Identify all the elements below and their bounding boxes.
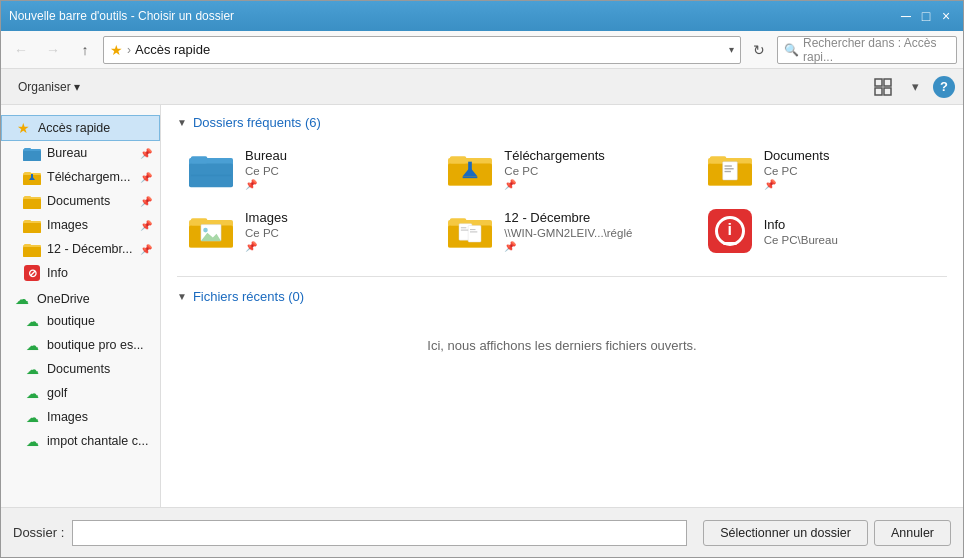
cancel-button[interactable]: Annuler [874,520,951,546]
impot-icon: ☁ [23,432,41,450]
folder-item-decembre[interactable]: 12 - Décembre \\WIN-GMN2LEIV...\réglé 📌 [436,202,687,260]
decembre-pin-icon: 📌 [504,241,516,252]
svg-rect-27 [450,156,467,163]
info-icon-circle: i [715,216,745,246]
decembre-name: 12 - Décembre [504,210,632,225]
view-button[interactable] [869,74,897,100]
documents-pin-icon: 📌 [140,196,152,207]
view-dropdown-button[interactable]: ▾ [901,74,929,100]
sidebar-item-boutique[interactable]: ☁ boutique [1,309,160,333]
telechargements-folder-details: Téléchargements Ce PC 📌 [504,148,604,190]
info-app-icon: i [708,209,752,253]
sidebar-item-documents[interactable]: Documents 📌 [1,189,160,213]
info-location: Ce PC\Bureau [764,234,838,246]
images-pin-row: 📌 [245,241,288,252]
sidebar-item-bureau[interactable]: Bureau 📌 [1,141,160,165]
svg-rect-16 [23,223,41,233]
organiser-button[interactable]: Organiser ▾ [9,76,89,98]
address-separator: › [127,43,131,57]
images-pin-icon: 📌 [245,241,257,252]
svg-rect-11 [31,174,33,178]
folder-item-telechargements[interactable]: Téléchargements Ce PC 📌 [436,140,687,198]
svg-rect-50 [461,230,468,231]
address-text: Accès rapide [135,42,725,57]
svg-rect-37 [724,171,730,172]
sidebar-item-images2[interactable]: ☁ Images [1,405,160,429]
images-name: Images [245,210,288,225]
refresh-button[interactable]: ↻ [745,37,773,63]
sidebar-item-acces-rapide[interactable]: ★ Accès rapide [1,115,160,141]
decembre-pin-row: 📌 [504,241,632,252]
svg-rect-36 [724,168,733,169]
search-icon: 🔍 [784,43,799,57]
sidebar-item-documents2[interactable]: ☁ Documents [1,357,160,381]
sidebar-item-golf[interactable]: ☁ golf [1,381,160,405]
toolbar-left: Organiser ▾ [9,76,89,98]
help-button[interactable]: ? [933,76,955,98]
back-button[interactable]: ← [7,37,35,63]
svg-rect-17 [24,220,31,223]
folder-item-bureau[interactable]: Bureau Ce PC 📌 [177,140,428,198]
svg-rect-5 [23,151,41,161]
sidebar: ★ Accès rapide Bureau 📌 [1,105,161,507]
telechargements-folder-svg [448,150,492,188]
close-button[interactable]: × [937,7,955,25]
sidebar-item-impot[interactable]: ☁ impot chantale c... [1,429,160,453]
svg-rect-35 [724,165,731,166]
svg-rect-2 [875,88,882,95]
sidebar-item-images[interactable]: Images 📌 [1,213,160,237]
bureau-pin-row: 📌 [245,179,287,190]
svg-rect-49 [461,227,467,228]
sidebar-item-decembre[interactable]: 12 - Décembr... 📌 [1,237,160,261]
images2-icon: ☁ [23,408,41,426]
images-folder-svg [189,212,233,250]
svg-rect-1 [884,79,891,86]
maximize-button[interactable]: □ [917,7,935,25]
address-dropdown-icon[interactable]: ▾ [729,44,734,55]
folder-item-documents[interactable]: Documents Ce PC 📌 [696,140,947,198]
sidebar-item-onedrive[interactable]: ☁ OneDrive [1,289,160,309]
telechargements-location: Ce PC [504,165,604,177]
svg-rect-24 [191,175,231,177]
bureau-location: Ce PC [245,165,287,177]
sidebar-label-images2: Images [47,410,152,424]
folder-item-info[interactable]: i Info Ce PC\Bureau [696,202,947,260]
address-box[interactable]: ★ › Accès rapide ▾ [103,36,741,64]
svg-rect-52 [470,231,477,232]
search-box[interactable]: 🔍 Rechercher dans : Accès rapi... [777,36,957,64]
frequent-section-header[interactable]: ▼ Dossiers fréquents (6) [177,115,947,130]
folder-item-images[interactable]: Images Ce PC 📌 [177,202,428,260]
decembre-folder-icon-wrap [446,210,494,252]
toolbar-row: Organiser ▾ ▾ ? [1,69,963,105]
sidebar-item-info[interactable]: ⊘ Info [1,261,160,285]
recent-section-header[interactable]: ▼ Fichiers récents (0) [177,289,947,304]
sidebar-label-golf: golf [47,386,152,400]
sidebar-item-boutique-pro[interactable]: ☁ boutique pro es... [1,333,160,357]
organiser-label: Organiser [18,80,71,94]
organiser-dropdown-icon: ▾ [74,80,80,94]
onedrive-icon: ☁ [13,292,31,306]
title-bar: Nouvelle barre d'outils - Choisir un dos… [1,1,963,31]
minimize-button[interactable]: ─ [897,7,915,25]
forward-button[interactable]: → [39,37,67,63]
decembre-folder-icon [23,240,41,258]
sidebar-item-telechargements[interactable]: Téléchargem... 📌 [1,165,160,189]
sidebar-label-images: Images [47,218,134,232]
bureau-pin-icon: 📌 [245,179,257,190]
dossier-input[interactable] [72,520,687,546]
telechargements-pin-icon: 📌 [140,172,152,183]
svg-rect-3 [884,88,891,95]
dossier-label: Dossier : [13,525,64,540]
documents-location: Ce PC [764,165,830,177]
documents-name: Documents [764,148,830,163]
telechargements-pin-row: 📌 [504,179,604,190]
documents-folder-icon-wrap [706,148,754,190]
boutique-pro-icon: ☁ [23,336,41,354]
boutique-icon: ☁ [23,312,41,330]
bureau-folder-icon-wrap [187,148,235,190]
up-button[interactable]: ↑ [71,37,99,63]
section-divider [177,276,947,277]
bottom-bar: Dossier : Sélectionner un dossier Annule… [1,507,963,557]
select-folder-button[interactable]: Sélectionner un dossier [703,520,868,546]
decembre-folder-svg [448,212,492,250]
